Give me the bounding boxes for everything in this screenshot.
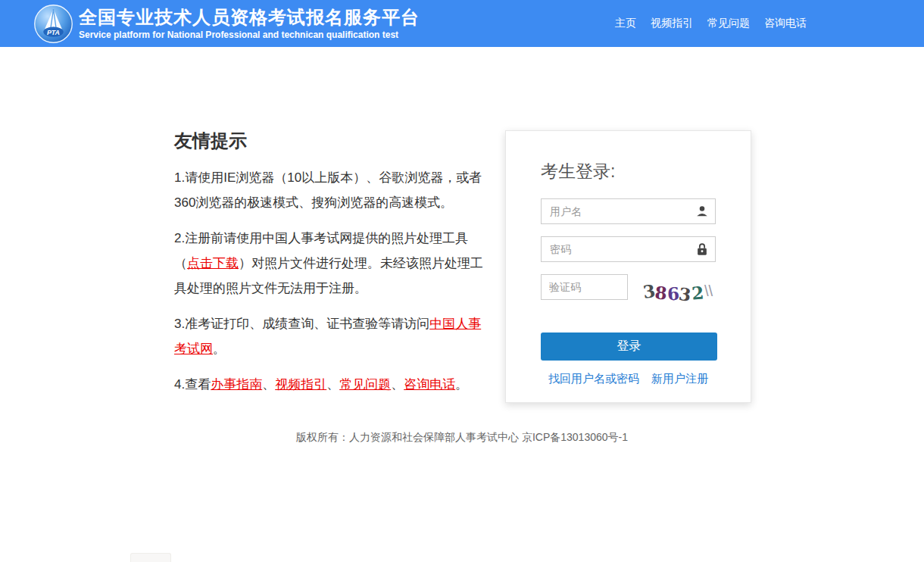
- tips-paragraphs: 1.请使用IE浏览器（10以上版本）、谷歌浏览器，或者360浏览器的极速模式、搜…: [174, 165, 494, 397]
- video-guide-link[interactable]: 视频指引: [275, 377, 326, 392]
- tip-paragraph: 1.请使用IE浏览器（10以上版本）、谷歌浏览器，或者360浏览器的极速模式、搜…: [174, 165, 494, 215]
- forgot-credentials-link[interactable]: 找回用户名或密码: [548, 372, 639, 386]
- captcha-noise: \\: [704, 283, 713, 300]
- tip-text: 1.请使用IE浏览器（10以上版本）、谷歌浏览器，或者360浏览器的极速模式、搜…: [174, 170, 482, 210]
- tip-text: 、: [326, 377, 339, 392]
- cutoff-artifact: [130, 553, 171, 562]
- svg-text:PTA: PTA: [47, 28, 60, 36]
- site-title: 全国专业技术人员资格考试报名服务平台: [79, 8, 420, 27]
- header-nav: 主页视频指引常见问题咨询电话: [615, 17, 807, 30]
- user-icon: [695, 204, 709, 219]
- nav-link-hotline[interactable]: 咨询电话: [764, 17, 807, 30]
- tip-text: 。: [455, 377, 468, 392]
- tip-text: 。: [213, 342, 226, 356]
- tip-paragraph: 3.准考证打印、成绩查询、证书查验等请访问中国人事考试网。: [174, 311, 494, 361]
- login-links: 找回用户名或密码 新用户注册: [541, 372, 716, 386]
- nav-link-home[interactable]: 主页: [615, 17, 636, 30]
- tips-heading: 友情提示: [174, 129, 494, 153]
- tip-paragraph: 4.查看办事指南、视频指引、常见问题、咨询电话。: [174, 372, 494, 397]
- username-input[interactable]: [541, 198, 716, 224]
- page: PTA 全国专业技术人员资格考试报名服务平台 Service platform …: [0, 0, 924, 562]
- pta-logo-icon: PTA: [33, 4, 73, 44]
- faq-link[interactable]: 常见问题: [339, 377, 391, 392]
- captcha-glyph: 2: [691, 282, 704, 303]
- footer-copyright: 版权所有：人力资源和社会保障部人事考试中心 京ICP备13013060号-1: [0, 431, 924, 445]
- tip-text: 、: [262, 377, 275, 392]
- captcha-input[interactable]: [541, 274, 628, 300]
- captcha-glyph: 8: [654, 282, 668, 303]
- username-field-wrap: [541, 198, 716, 224]
- service-guide-link[interactable]: 办事指南: [211, 377, 262, 392]
- download-photo-tool-link[interactable]: 点击下载: [187, 256, 239, 270]
- tips-section: 友情提示 1.请使用IE浏览器（10以上版本）、谷歌浏览器，或者360浏览器的极…: [174, 129, 494, 407]
- lock-icon: [695, 242, 709, 257]
- captcha-image[interactable]: 38632\\: [640, 276, 716, 306]
- tip-text: 4.查看: [174, 377, 211, 392]
- login-heading: 考生登录:: [541, 160, 716, 183]
- hotline-link[interactable]: 咨询电话: [404, 377, 455, 392]
- tip-text: 3.准考证打印、成绩查询、证书查验等请访问: [174, 317, 429, 331]
- login-button[interactable]: 登录: [541, 333, 717, 361]
- site-subtitle: Service platform for National Profession…: [79, 30, 420, 40]
- captcha-row: 38632\\: [541, 274, 716, 306]
- tip-text: 、: [391, 377, 404, 392]
- nav-link-faq[interactable]: 常见问题: [707, 17, 750, 30]
- login-panel: 考生登录: 38632\\ 登录: [505, 130, 751, 403]
- header-titles: 全国专业技术人员资格考试报名服务平台 Service platform for …: [79, 8, 420, 40]
- nav-link-video-guide[interactable]: 视频指引: [651, 17, 693, 30]
- password-input[interactable]: [541, 236, 716, 262]
- header: PTA 全国专业技术人员资格考试报名服务平台 Service platform …: [0, 0, 924, 47]
- captcha-glyph: 3: [678, 283, 693, 304]
- register-link[interactable]: 新用户注册: [651, 372, 708, 386]
- tip-paragraph: 2.注册前请使用中国人事考试网提供的照片处理工具（点击下载）对照片文件进行处理。…: [174, 226, 494, 301]
- password-field-wrap: [541, 236, 716, 262]
